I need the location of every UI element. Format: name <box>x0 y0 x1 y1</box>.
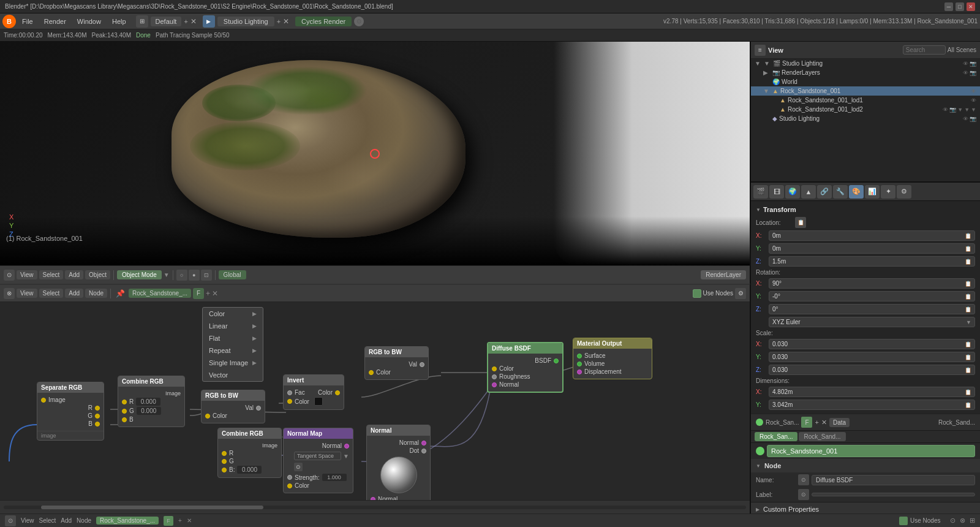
viewport-3d[interactable]: X Y Z (1) Rock_Sandstone_001 ⊙ View Sele… <box>0 42 750 284</box>
node-node-menu[interactable]: Node <box>85 289 107 298</box>
maximize-button[interactable]: □ <box>956 2 964 11</box>
node-normal[interactable]: Normal Normal Dot <box>366 425 431 500</box>
vis-camera[interactable]: 📷 <box>970 61 976 67</box>
node-material-output[interactable]: Material Output Surface Volume Displa <box>573 338 652 379</box>
scale-x-value[interactable]: 0.030 📋 <box>769 339 975 349</box>
props-icon-material[interactable]: 🎨 <box>849 185 864 199</box>
render-icon[interactable]: ○ <box>176 270 187 281</box>
socket-r2-in[interactable] <box>122 400 127 404</box>
outliner-icon[interactable]: ≡ <box>755 45 766 56</box>
close-button[interactable]: ✕ <box>967 2 975 11</box>
rot-z-value[interactable]: 0° 📋 <box>769 304 975 314</box>
menu-file[interactable]: File <box>17 17 38 26</box>
mat-tab-rock-sand2[interactable]: Rock_Sand... <box>799 432 845 441</box>
vis-extra3-6[interactable]: ▼ <box>971 107 976 113</box>
loc-y-value[interactable]: 0m 📋 <box>769 243 975 254</box>
object-menu[interactable]: Object <box>85 270 110 279</box>
socket-strength[interactable] <box>287 475 292 480</box>
tree-rock-main[interactable]: ▼ ▲ Rock_Sandstone_001 👁 <box>751 86 980 96</box>
node-combine-rgb-1[interactable]: Combine RGB Image R 0.000 G <box>118 376 185 427</box>
cm-repeat[interactable]: Repeat ▶ <box>203 344 263 357</box>
studio-tab[interactable]: Studio Lighting <box>217 17 274 26</box>
node-rgb-to-bw-2[interactable]: RGB to BW Val Color <box>364 346 429 380</box>
socket-color3[interactable] <box>287 483 292 488</box>
socket-val-out[interactable] <box>256 406 261 411</box>
vis-eye-6[interactable]: 👁 <box>943 107 948 113</box>
vis-camera-2[interactable]: 📷 <box>970 70 976 76</box>
rotation-mode-value[interactable]: XYZ Euler ▼ <box>769 317 975 327</box>
socket-volume-in[interactable] <box>577 362 582 366</box>
socket-dot-out[interactable] <box>421 449 426 453</box>
socket-g3[interactable] <box>222 459 227 464</box>
props-icon-render[interactable]: 🎬 <box>753 185 768 199</box>
props-icon-constraint[interactable]: 🔗 <box>817 185 832 199</box>
cm-linear[interactable]: Linear ▶ <box>203 320 263 332</box>
scrollbar-thumb[interactable] <box>41 506 264 509</box>
node-add-menu[interactable]: Add <box>65 289 83 298</box>
node-name-icon[interactable]: ⊙ <box>798 474 809 485</box>
blender-logo[interactable]: B <box>2 15 16 28</box>
dim-y-value[interactable]: 3.042m 📋 <box>769 400 975 410</box>
statusbar-close[interactable]: ✕ <box>187 517 192 524</box>
node-name-value[interactable]: Diffuse BSDF <box>812 475 975 485</box>
tree-rock-lod1[interactable]: ▲ Rock_Sandstone_001_lod1 👁 <box>751 96 980 105</box>
props-icon-world[interactable]: 🌍 <box>785 185 800 199</box>
node-invert[interactable]: Invert Fac Color Color <box>283 374 344 410</box>
cm-vector[interactable]: Vector <box>203 369 263 381</box>
socket-b-out[interactable] <box>95 422 100 427</box>
vis-extra-6[interactable]: ▼ <box>957 107 963 113</box>
props-icon-scene[interactable]: 🎞 <box>769 185 784 199</box>
minimize-button[interactable]: ─ <box>944 2 953 11</box>
socket-color-in[interactable] <box>205 414 210 419</box>
socket-b2-in[interactable] <box>122 417 127 422</box>
vis-eye-7[interactable]: 👁 <box>963 116 968 122</box>
socket-color4-in[interactable] <box>369 370 374 375</box>
rot-x-value[interactable]: 90° 📋 <box>769 278 975 289</box>
wire-icon[interactable]: ⊡ <box>201 270 212 281</box>
vis-eye[interactable]: 👁 <box>963 61 968 67</box>
socket-bsdf-out[interactable] <box>554 358 559 363</box>
nm-icon[interactable]: ⊙ <box>294 463 303 471</box>
cm-single-image[interactable]: Single Image ▶ <box>203 357 263 369</box>
mat-tab-rock-san[interactable]: Rock_San... <box>755 432 797 441</box>
node-label-value[interactable] <box>812 493 975 496</box>
socket-disp-in[interactable] <box>577 370 582 374</box>
props-icon-modifier[interactable]: 🔧 <box>833 185 848 199</box>
socket-b3[interactable] <box>222 468 227 472</box>
props-icon-object[interactable]: ▲ <box>801 185 816 199</box>
socket-surface-in[interactable] <box>577 354 582 358</box>
node-editor-icon[interactable]: ⊗ <box>4 288 15 299</box>
dim-x-value[interactable]: 4.802m 📋 <box>769 387 975 397</box>
socket-roughness-in[interactable] <box>492 374 497 379</box>
props-icon-particles[interactable]: ✦ <box>881 185 895 199</box>
tree-render-layers[interactable]: ▶ 📷 RenderLayers 👁 📷 <box>751 68 980 77</box>
custom-props-header[interactable]: ▶ Custom Properties <box>751 502 980 514</box>
cm-color[interactable]: Color ▶ <box>203 308 263 320</box>
object-mode-btn[interactable]: Object Mode <box>117 270 162 279</box>
outliner-all-scenes[interactable]: All Scenes <box>948 47 976 53</box>
socket-normal-out[interactable] <box>344 444 349 449</box>
statusbar-icon-2[interactable]: ⊗ <box>960 517 965 524</box>
statusbar-f-btn[interactable]: F <box>164 516 173 526</box>
node-editor[interactable]: ⊗ View Select Add Node 📌 Rock_Sandstone_… <box>0 284 750 514</box>
transform-header[interactable]: ▼ Transform <box>751 203 980 216</box>
select-menu[interactable]: Select <box>39 270 64 279</box>
menu-help[interactable]: Help <box>107 17 131 26</box>
node-add-material[interactable]: + <box>206 289 210 298</box>
props-icon-data[interactable]: 📊 <box>865 185 880 199</box>
scale-y-value[interactable]: 0.030 📋 <box>769 352 975 362</box>
loc-z-value[interactable]: 1.5m 📋 <box>769 256 975 267</box>
socket-color-out[interactable] <box>335 390 340 395</box>
mat-icon-btn[interactable]: F <box>801 417 812 428</box>
node-label-icon[interactable]: ⊙ <box>798 489 809 500</box>
statusbar-add[interactable]: + <box>178 517 182 524</box>
tree-studio-obj[interactable]: ◆ Studio Lighting 👁 📷 <box>751 114 980 123</box>
tree-studio-lighting[interactable]: ▼ ▼ 🎬 Studio Lighting 👁 📷 <box>751 59 980 68</box>
workspace-icon[interactable]: ⊞ <box>136 15 148 28</box>
view-menu[interactable]: View <box>17 270 37 279</box>
node-canvas[interactable]: Color ▶ Linear ▶ Flat ▶ Repeat <box>0 302 750 500</box>
solid-icon[interactable]: ● <box>189 270 200 281</box>
vis-eye-2[interactable]: 👁 <box>963 70 968 76</box>
socket-fac[interactable] <box>287 390 292 395</box>
statusbar-icon[interactable]: ⊙ <box>5 515 16 526</box>
